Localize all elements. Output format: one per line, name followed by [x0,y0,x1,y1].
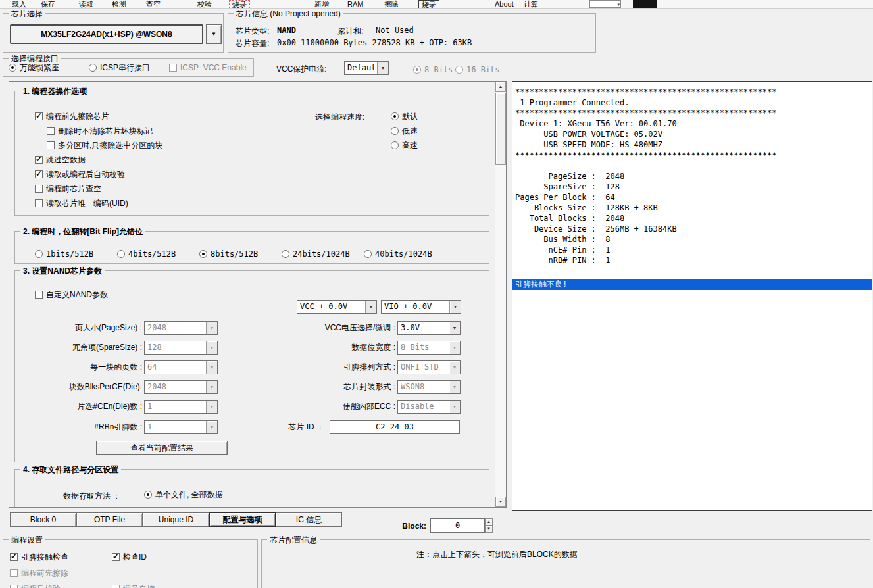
ce-count-label: 片选#CEn(Die)数 : [15,401,142,412]
checkbox-skip-blank-data[interactable]: 跳过空数据 [35,155,86,165]
radio-bitflip-24-1024[interactable]: 24bits/1024B [282,249,350,259]
checkbox-auto-verify[interactable]: 读取或编程后自动校验 [35,169,125,180]
block-browse-note: 注：点击上下箭头，可浏览前后BLOCK的数据 [416,549,578,560]
selected-value: 8 Bits [401,341,448,354]
selected-value: VIO + 0.0V [384,301,449,313]
tab-unique-id[interactable]: Unique ID [143,512,209,527]
bus-width-select[interactable]: 8 Bits▼ [397,341,461,355]
radio-bitflip-8-512[interactable]: 8bits/512B [199,249,258,259]
interface-group: 选择编程接口 万能锁紧座 ICSP串行接口 ICSP_VCC Enable [3,58,254,77]
checkbox-icon [112,585,120,588]
internal-ecc-select[interactable]: Disable▼ [397,400,461,414]
checkbox-custom-nand-params[interactable]: 自定义NAND参数 [35,289,108,300]
toolbar-device-select[interactable]: ▾ [589,0,621,8]
tab-config-options[interactable]: 配置与选项 [209,512,276,527]
checkbox-erase-before-program[interactable]: 编程前先擦除芯片 [35,111,109,122]
vcc-offset-select[interactable]: VCC + 0.0V ▼ [297,300,377,314]
radio-single-file-all-data[interactable]: 单个文件, 全部数据 [144,489,223,500]
spin-down-button[interactable]: ▼ [485,526,493,533]
toolbar-program2-button[interactable]: 烧录 [418,0,439,9]
toolbar-blankcheck-button[interactable]: 查空 [146,0,161,9]
toolbar-about-button[interactable]: About [495,0,514,9]
chevron-down-icon: ▼ [449,341,460,354]
chip-id-field[interactable]: C2 24 03 [330,420,460,434]
radio-speed-default[interactable]: 默认 [391,111,418,122]
radio-bitflip-1-512[interactable]: 1bits/512B [35,249,93,259]
radio-bitflip-4-512[interactable]: 4bits/512B [117,249,176,259]
toolbar-ram-button[interactable]: RAM [347,0,363,9]
chip-select-combobox[interactable]: MX35LF2G24AD(x1+ISP) @WSON8 [10,24,203,44]
checkbox-check-id[interactable]: 检查ID [112,552,147,562]
radio-speed-low[interactable]: 低速 [391,126,418,136]
group3-title: 3. 设置NAND芯片参数 [20,266,105,277]
vio-offset-select[interactable]: VIO + 0.0V ▼ [381,300,461,314]
checkbox-label: ICSP_VCC Enable [180,63,247,72]
scroll-down-button[interactable]: ▼ [495,497,506,507]
toolbar-verify-button[interactable]: 校验 [197,0,212,9]
vcc-protect-label: VCC保护电流: [276,64,327,75]
group1-title: 1. 编程器操作选项 [20,86,89,97]
view-config-button[interactable]: 查看当前配置结果 [96,441,228,455]
selected-value: VCC + 0.0V [300,301,364,313]
radio-8bits[interactable]: 8 Bits [413,64,453,75]
checkbox-keep-badblock-marks[interactable]: 删除时不清除芯片坏块标记 [47,126,153,136]
spin-up-button[interactable]: ▲ [485,518,493,526]
checkbox-icon [35,185,43,193]
radio-universal-socket[interactable]: 万能锁紧座 [9,62,59,73]
checkbox-serial-autoincrement[interactable]: 编号自增 [112,583,155,588]
vcc-voltage-select[interactable]: 3.0V▼ [397,321,461,335]
checkbox-icon [10,569,18,577]
pagesize-select[interactable]: 2048▼ [144,321,218,335]
toolbar-erase-button[interactable]: 擦除 [384,0,399,9]
rbn-pins-select[interactable]: 1▼ [144,420,218,434]
tab-block0[interactable]: Block 0 [10,512,76,527]
radio-speed-high[interactable]: 高速 [391,140,418,151]
pages-per-block-select[interactable]: 64▼ [144,360,218,374]
checkbox-read-uid[interactable]: 读取芯片唯一编码(UID) [35,198,128,208]
capacity-value: 0x00_11000000 Bytes 278528 KB + OTP: 63K… [277,38,472,47]
toolbar-load-button[interactable]: 载入 [12,0,26,9]
chevron-down-icon: ▼ [365,301,376,313]
vcc-protect-select[interactable]: Default ▼ [344,61,389,75]
checkbox-verify-after-program[interactable]: 编程后校验 [10,583,61,588]
radio-16bits[interactable]: 16 Bits [455,64,500,75]
chip-id-value: C2 24 03 [376,422,414,431]
tab-ic-info[interactable]: IC 信息 [276,512,342,527]
ce-count-select[interactable]: 1▼ [144,400,218,414]
sparesize-select[interactable]: 128▼ [144,341,218,355]
chip-select-dropdown-button[interactable]: ▼ [206,24,222,44]
checkbox-pin-contact-check[interactable]: 引脚接触检查 [10,552,68,562]
checkbox-icsp-vcc-enable[interactable]: ICSP_VCC Enable [169,62,247,73]
radio-icon [364,250,372,258]
chip-config-info-label: 芯片配置信息 [267,535,320,546]
checkbox-blankcheck-before-program[interactable]: 编程前芯片查空 [35,184,101,194]
tab-otp-file[interactable]: OTP File [76,512,143,527]
checkbox-erase-first[interactable]: 编程前先擦除 [10,568,68,578]
toolbar-save-button[interactable]: 保存 [41,0,55,9]
options-scrollbar[interactable]: ▲ ▼ [495,82,506,507]
checkbox-erase-selected-partition[interactable]: 多分区时,只擦除选中分区的块 [47,140,162,151]
radio-label: 24bits/1024B [293,249,350,258]
selected-value: 2048 [147,381,205,393]
selected-value: 128 [147,341,205,354]
toolbar-calculator-button[interactable]: 计算 [524,0,538,9]
toolbar-program-button[interactable]: 烧录 [229,0,250,9]
block-number-input[interactable]: 0 [430,518,485,533]
chevron-down-icon: ▼ [449,381,460,393]
chip-info-line2: 芯片容量: 0x00_11000000 Bytes 278528 KB + OT… [228,38,595,47]
pinout-select[interactable]: ONFI STD▼ [397,360,461,374]
scrollbar-thumb[interactable] [495,93,506,165]
package-select[interactable]: WSON8▼ [397,380,461,394]
group4-title: 4. 存取文件路径与分区设置 [20,464,121,476]
radio-icsp-serial[interactable]: ICSP串行接口 [89,62,150,73]
toolbar-read-button[interactable]: 读取 [79,0,93,9]
checkbox-icon [10,585,18,588]
scroll-up-button[interactable]: ▲ [495,82,506,92]
checkbox-label: 删除时不清除芯片坏块标记 [58,126,153,137]
toolbar-test-button[interactable]: 检测 [112,0,126,9]
blocks-per-ce-select[interactable]: 2048▼ [144,380,218,394]
radio-bitflip-40-1024[interactable]: 40bits/1024B [364,249,432,259]
toolbar-add-button[interactable]: 新增 [314,0,329,9]
checkbox-icon [35,199,43,207]
radio-icon [35,250,43,258]
